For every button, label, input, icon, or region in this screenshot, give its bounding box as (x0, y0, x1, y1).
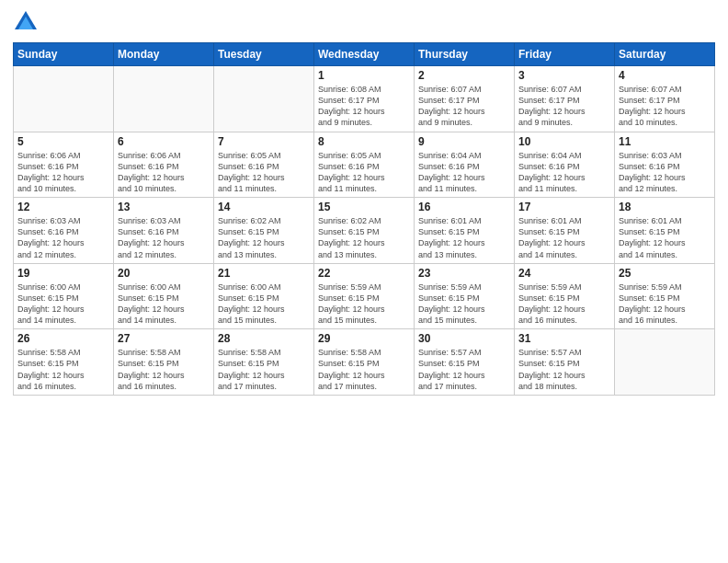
day-info: Sunrise: 6:03 AM Sunset: 6:16 PM Dayligh… (118, 215, 210, 260)
day-info: Sunrise: 6:02 AM Sunset: 6:15 PM Dayligh… (218, 215, 310, 260)
day-number: 15 (318, 201, 410, 213)
calendar-cell: 19Sunrise: 6:00 AM Sunset: 6:15 PM Dayli… (14, 263, 114, 329)
day-info: Sunrise: 6:05 AM Sunset: 6:16 PM Dayligh… (218, 150, 310, 195)
day-number: 31 (518, 332, 610, 345)
calendar-cell: 27Sunrise: 5:58 AM Sunset: 6:15 PM Dayli… (114, 329, 214, 396)
day-info: Sunrise: 5:59 AM Sunset: 6:15 PM Dayligh… (318, 282, 410, 327)
day-number: 10 (518, 135, 610, 148)
page: SundayMondayTuesdayWednesdayThursdayFrid… (0, 0, 728, 563)
day-number: 28 (218, 332, 310, 345)
day-number: 3 (518, 69, 610, 82)
weekday-header-monday: Monday (114, 43, 214, 66)
calendar-cell: 31Sunrise: 5:57 AM Sunset: 6:15 PM Dayli… (515, 329, 615, 396)
day-number: 22 (318, 267, 410, 280)
day-info: Sunrise: 6:01 AM Sunset: 6:15 PM Dayligh… (518, 215, 610, 260)
calendar-cell: 4Sunrise: 6:07 AM Sunset: 6:17 PM Daylig… (615, 66, 715, 132)
day-info: Sunrise: 6:04 AM Sunset: 6:16 PM Dayligh… (418, 150, 510, 195)
calendar-cell: 23Sunrise: 5:59 AM Sunset: 6:15 PM Dayli… (415, 263, 515, 329)
day-info: Sunrise: 6:00 AM Sunset: 6:15 PM Dayligh… (218, 282, 310, 327)
weekday-header-friday: Friday (515, 43, 615, 66)
calendar-cell: 28Sunrise: 5:58 AM Sunset: 6:15 PM Dayli… (214, 329, 314, 396)
day-number: 4 (619, 69, 711, 82)
calendar-cell: 10Sunrise: 6:04 AM Sunset: 6:16 PM Dayli… (515, 132, 615, 198)
calendar-week-3: 12Sunrise: 6:03 AM Sunset: 6:16 PM Dayli… (14, 198, 715, 264)
calendar-cell: 25Sunrise: 5:59 AM Sunset: 6:15 PM Dayli… (615, 263, 715, 329)
calendar-cell: 15Sunrise: 6:02 AM Sunset: 6:15 PM Dayli… (314, 198, 415, 264)
calendar-cell (14, 66, 114, 132)
day-info: Sunrise: 6:00 AM Sunset: 6:15 PM Dayligh… (17, 282, 109, 327)
calendar-cell: 11Sunrise: 6:03 AM Sunset: 6:16 PM Dayli… (615, 132, 715, 198)
day-number: 29 (318, 332, 410, 345)
calendar: SundayMondayTuesdayWednesdayThursdayFrid… (13, 42, 715, 396)
calendar-cell: 20Sunrise: 6:00 AM Sunset: 6:15 PM Dayli… (114, 263, 214, 329)
day-number: 18 (619, 201, 711, 213)
logo-icon (13, 9, 39, 35)
day-number: 30 (418, 332, 510, 345)
day-number: 2 (418, 69, 510, 82)
calendar-cell: 8Sunrise: 6:05 AM Sunset: 6:16 PM Daylig… (314, 132, 415, 198)
day-info: Sunrise: 6:01 AM Sunset: 6:15 PM Dayligh… (418, 215, 510, 260)
day-number: 24 (518, 267, 610, 280)
calendar-cell: 29Sunrise: 5:58 AM Sunset: 6:15 PM Dayli… (314, 329, 415, 396)
calendar-cell: 13Sunrise: 6:03 AM Sunset: 6:16 PM Dayli… (114, 198, 214, 264)
day-number: 21 (218, 267, 310, 280)
calendar-week-4: 19Sunrise: 6:00 AM Sunset: 6:15 PM Dayli… (14, 263, 715, 329)
day-number: 14 (218, 201, 310, 213)
weekday-header-row: SundayMondayTuesdayWednesdayThursdayFrid… (14, 43, 715, 66)
calendar-cell: 12Sunrise: 6:03 AM Sunset: 6:16 PM Dayli… (14, 198, 114, 264)
day-info: Sunrise: 5:57 AM Sunset: 6:15 PM Dayligh… (518, 347, 610, 392)
calendar-cell: 21Sunrise: 6:00 AM Sunset: 6:15 PM Dayli… (214, 263, 314, 329)
day-number: 7 (218, 135, 310, 148)
calendar-week-2: 5Sunrise: 6:06 AM Sunset: 6:16 PM Daylig… (14, 132, 715, 198)
day-number: 12 (17, 201, 109, 213)
day-number: 5 (17, 135, 109, 148)
day-number: 8 (318, 135, 410, 148)
calendar-cell: 26Sunrise: 5:58 AM Sunset: 6:15 PM Dayli… (14, 329, 114, 396)
day-number: 25 (619, 267, 711, 280)
calendar-cell (114, 66, 214, 132)
day-info: Sunrise: 5:58 AM Sunset: 6:15 PM Dayligh… (17, 347, 109, 392)
day-number: 26 (17, 332, 109, 345)
weekday-header-tuesday: Tuesday (214, 43, 314, 66)
day-info: Sunrise: 6:05 AM Sunset: 6:16 PM Dayligh… (318, 150, 410, 195)
day-info: Sunrise: 5:58 AM Sunset: 6:15 PM Dayligh… (118, 347, 210, 392)
day-info: Sunrise: 6:06 AM Sunset: 6:16 PM Dayligh… (17, 150, 109, 195)
calendar-cell: 7Sunrise: 6:05 AM Sunset: 6:16 PM Daylig… (214, 132, 314, 198)
day-info: Sunrise: 5:58 AM Sunset: 6:15 PM Dayligh… (318, 347, 410, 392)
day-number: 16 (418, 201, 510, 213)
day-number: 17 (518, 201, 610, 213)
calendar-cell: 6Sunrise: 6:06 AM Sunset: 6:16 PM Daylig… (114, 132, 214, 198)
calendar-cell: 22Sunrise: 5:59 AM Sunset: 6:15 PM Dayli… (314, 263, 415, 329)
calendar-cell: 2Sunrise: 6:07 AM Sunset: 6:17 PM Daylig… (415, 66, 515, 132)
calendar-cell (214, 66, 314, 132)
day-info: Sunrise: 6:07 AM Sunset: 6:17 PM Dayligh… (619, 84, 711, 129)
weekday-header-saturday: Saturday (615, 43, 715, 66)
calendar-week-5: 26Sunrise: 5:58 AM Sunset: 6:15 PM Dayli… (14, 329, 715, 396)
day-number: 19 (17, 267, 109, 280)
day-info: Sunrise: 5:59 AM Sunset: 6:15 PM Dayligh… (518, 282, 610, 327)
calendar-cell (615, 329, 715, 396)
weekday-header-sunday: Sunday (14, 43, 114, 66)
day-info: Sunrise: 6:06 AM Sunset: 6:16 PM Dayligh… (118, 150, 210, 195)
day-info: Sunrise: 6:01 AM Sunset: 6:15 PM Dayligh… (619, 215, 711, 260)
weekday-header-thursday: Thursday (415, 43, 515, 66)
day-info: Sunrise: 6:04 AM Sunset: 6:16 PM Dayligh… (518, 150, 610, 195)
calendar-cell: 17Sunrise: 6:01 AM Sunset: 6:15 PM Dayli… (515, 198, 615, 264)
day-info: Sunrise: 6:08 AM Sunset: 6:17 PM Dayligh… (318, 84, 410, 129)
day-number: 27 (118, 332, 210, 345)
calendar-cell: 3Sunrise: 6:07 AM Sunset: 6:17 PM Daylig… (515, 66, 615, 132)
calendar-cell: 14Sunrise: 6:02 AM Sunset: 6:15 PM Dayli… (214, 198, 314, 264)
day-info: Sunrise: 5:59 AM Sunset: 6:15 PM Dayligh… (418, 282, 510, 327)
day-number: 20 (118, 267, 210, 280)
day-number: 6 (118, 135, 210, 148)
day-number: 11 (619, 135, 711, 148)
day-info: Sunrise: 6:07 AM Sunset: 6:17 PM Dayligh… (418, 84, 510, 129)
day-info: Sunrise: 6:02 AM Sunset: 6:15 PM Dayligh… (318, 215, 410, 260)
day-number: 23 (418, 267, 510, 280)
calendar-cell: 9Sunrise: 6:04 AM Sunset: 6:16 PM Daylig… (415, 132, 515, 198)
day-number: 1 (318, 69, 410, 82)
day-info: Sunrise: 5:57 AM Sunset: 6:15 PM Dayligh… (418, 347, 510, 392)
day-info: Sunrise: 5:59 AM Sunset: 6:15 PM Dayligh… (619, 282, 711, 327)
header (13, 9, 715, 35)
day-number: 13 (118, 201, 210, 213)
